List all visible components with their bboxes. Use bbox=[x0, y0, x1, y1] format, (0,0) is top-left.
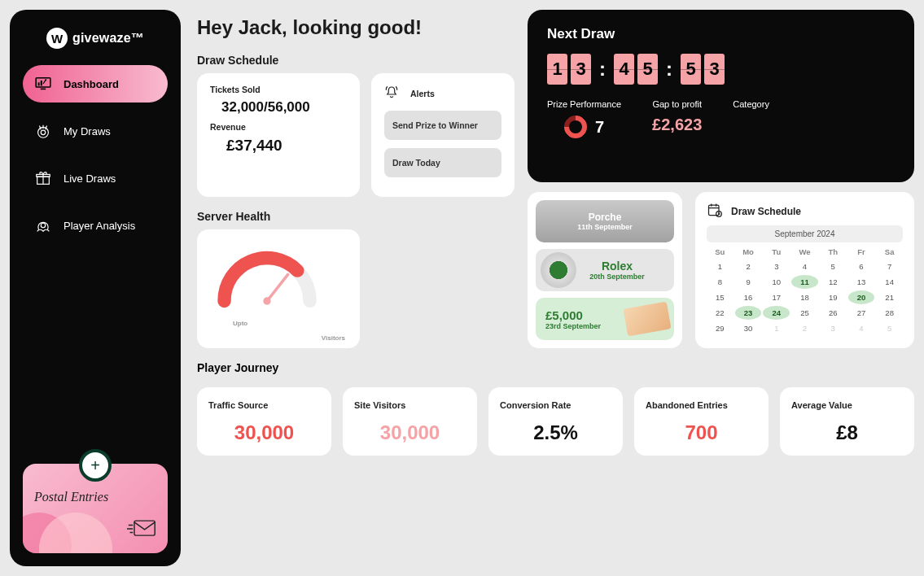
draw-schedule-title: Draw Schedule bbox=[197, 54, 515, 67]
alert-item[interactable]: Send Prize to Winner bbox=[384, 111, 501, 140]
pj-value: 30,000 bbox=[208, 421, 320, 444]
calendar-day[interactable]: 27 bbox=[848, 306, 875, 320]
next-draw-panel: Next Draw 1 3 : 4 5 : 5 3 Prize Performa… bbox=[528, 10, 914, 182]
calendar-day[interactable]: 4 bbox=[848, 321, 875, 335]
envelope-icon bbox=[127, 519, 156, 542]
alerts-title: Alerts bbox=[410, 89, 435, 98]
calendar-day[interactable]: 29 bbox=[707, 321, 734, 335]
countdown: 1 3 : 4 5 : 5 3 bbox=[547, 54, 895, 85]
pj-card: Average Value£8 bbox=[780, 387, 914, 456]
prize-item[interactable]: Porche 11th September bbox=[536, 200, 674, 242]
calendar-day[interactable]: 3 bbox=[820, 321, 847, 335]
svg-point-6 bbox=[41, 130, 46, 135]
ring-icon bbox=[559, 111, 592, 143]
gift-icon bbox=[34, 169, 52, 187]
sidebar-item-my-draws[interactable]: My Draws bbox=[23, 112, 168, 150]
pj-label: Traffic Source bbox=[208, 400, 320, 410]
svg-rect-2 bbox=[41, 81, 42, 85]
calendar-day[interactable]: 19 bbox=[820, 290, 847, 304]
tickets-sold-value: 32,000/56,000 bbox=[221, 99, 347, 116]
calendar-month: September 2024 bbox=[707, 225, 903, 242]
calendar-day[interactable]: 21 bbox=[876, 290, 903, 304]
sidebar-item-player-analysis[interactable]: Player Analysis bbox=[23, 207, 168, 244]
calendar-day[interactable]: 23 bbox=[735, 306, 762, 320]
main-nav: Dashboard My Draws Live Draws Player Ana… bbox=[23, 65, 168, 244]
calendar-day[interactable]: 16 bbox=[735, 290, 762, 304]
prize-item[interactable]: £5,000 23rd September bbox=[536, 298, 674, 340]
prize-item[interactable]: Rolex 20th September bbox=[536, 249, 674, 291]
countdown-digit: 3 bbox=[704, 54, 725, 85]
calendar-day[interactable]: 26 bbox=[820, 306, 847, 320]
brand-mark-icon: W bbox=[46, 28, 68, 49]
calendar-day[interactable]: 7 bbox=[876, 260, 903, 273]
pj-label: Abandoned Entries bbox=[646, 400, 757, 410]
sidebar-item-label: Live Draws bbox=[63, 172, 116, 185]
calendar-day[interactable]: 2 bbox=[791, 321, 818, 335]
calendar-day[interactable]: 4 bbox=[791, 260, 818, 273]
tickets-sold-label: Tickets Sold bbox=[210, 85, 347, 94]
calendar-day[interactable]: 30 bbox=[735, 321, 762, 335]
calendar-day[interactable]: 1 bbox=[707, 260, 734, 273]
calendar-day[interactable]: 25 bbox=[791, 306, 818, 320]
pj-label: Average Value bbox=[791, 400, 903, 410]
calendar-card: Draw Schedule September 2024 SuMoTuWeThF… bbox=[695, 192, 914, 348]
calendar-icon bbox=[707, 202, 723, 220]
pj-value: £8 bbox=[791, 421, 903, 444]
calendar-day[interactable]: 15 bbox=[707, 290, 734, 304]
calendar-day[interactable]: 20 bbox=[848, 290, 875, 304]
gap-to-profit: Gap to profit £2,623 bbox=[652, 99, 702, 138]
add-button[interactable]: + bbox=[79, 449, 112, 482]
countdown-digit: 1 bbox=[547, 54, 567, 85]
calendar-day[interactable]: 13 bbox=[848, 275, 875, 289]
calendar-day[interactable]: 18 bbox=[791, 290, 818, 304]
sidebar-item-label: Dashboard bbox=[63, 78, 119, 90]
greeting-title: Hey Jack, looking good! bbox=[197, 16, 515, 39]
sidebar-item-label: Player Analysis bbox=[63, 220, 135, 232]
sidebar-item-live-draws[interactable]: Live Draws bbox=[23, 159, 168, 197]
next-draw-title: Next Draw bbox=[547, 26, 895, 42]
postal-entries-card[interactable]: + Postal Entries bbox=[23, 464, 168, 553]
calendar-day[interactable]: 3 bbox=[763, 260, 790, 273]
countdown-digit: 5 bbox=[637, 54, 658, 85]
gauge-icon bbox=[210, 244, 324, 311]
calendar-day[interactable]: 5 bbox=[876, 321, 903, 335]
brand-name: givewaze™ bbox=[72, 31, 144, 46]
svg-rect-10 bbox=[134, 521, 155, 535]
calendar-day[interactable]: 14 bbox=[876, 275, 903, 289]
svg-point-9 bbox=[41, 223, 46, 228]
sidebar-item-label: My Draws bbox=[63, 125, 111, 137]
calendar-day[interactable]: 12 bbox=[820, 275, 847, 289]
calendar-day[interactable]: 6 bbox=[848, 260, 875, 273]
svg-rect-4 bbox=[41, 89, 46, 90]
calendar-title: Draw Schedule bbox=[731, 206, 801, 217]
calendar-day[interactable]: 28 bbox=[876, 306, 903, 320]
player-journey-title: Player Journey bbox=[197, 361, 914, 374]
main-content: Hey Jack, looking good! Draw Schedule Ti… bbox=[197, 10, 914, 566]
calendar-grid[interactable]: SuMoTuWeThFrSa12345678910111213141516171… bbox=[707, 246, 903, 335]
server-health-card: Upto Visitors bbox=[197, 229, 360, 348]
calendar-day[interactable]: 8 bbox=[707, 275, 734, 289]
pj-label: Conversion Rate bbox=[500, 400, 611, 410]
calendar-day[interactable]: 2 bbox=[735, 260, 762, 273]
watch-icon bbox=[541, 252, 576, 288]
ticket-icon bbox=[34, 122, 52, 140]
pj-card: Traffic Source30,000 bbox=[197, 387, 331, 456]
cash-icon bbox=[623, 302, 671, 337]
calendar-day[interactable]: 11 bbox=[791, 275, 818, 289]
svg-line-11 bbox=[267, 274, 288, 301]
alerts-card: Alerts Send Prize to Winner Draw Today bbox=[371, 73, 515, 197]
sidebar-item-dashboard[interactable]: Dashboard bbox=[23, 65, 168, 103]
calendar-day[interactable]: 24 bbox=[763, 306, 790, 320]
calendar-day[interactable]: 9 bbox=[735, 275, 762, 289]
alert-item[interactable]: Draw Today bbox=[384, 148, 501, 177]
calendar-day[interactable]: 1 bbox=[763, 321, 790, 335]
calendar-day[interactable]: 22 bbox=[707, 306, 734, 320]
brand-logo: W givewaze™ bbox=[23, 28, 168, 49]
pj-card: Site Visitors30,000 bbox=[343, 387, 477, 456]
countdown-digit: 4 bbox=[614, 54, 634, 85]
calendar-day[interactable]: 10 bbox=[763, 275, 790, 289]
player-journey-row: Traffic Source30,000Site Visitors30,000C… bbox=[197, 387, 914, 456]
tickets-revenue-card: Tickets Sold 32,000/56,000 Revenue £37,4… bbox=[197, 73, 360, 197]
calendar-day[interactable]: 17 bbox=[763, 290, 790, 304]
calendar-day[interactable]: 5 bbox=[820, 260, 847, 273]
